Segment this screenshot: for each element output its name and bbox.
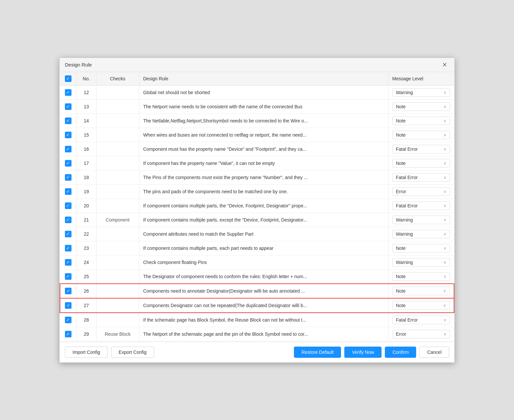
level-value: Warning	[396, 231, 413, 237]
level-dropdown[interactable]: Warning∨	[392, 258, 450, 267]
row-message-level: Fatal Error∨	[388, 142, 454, 156]
checkbox-checked-icon[interactable]: ✓	[65, 245, 71, 251]
checkbox-checked-icon[interactable]: ✓	[65, 89, 71, 96]
row-rule-description: If component contains multiple parts, ex…	[139, 213, 388, 227]
row-rule-description: Global net should not be shorted	[139, 85, 388, 99]
level-dropdown[interactable]: Note∨	[392, 159, 450, 168]
table-row: ✓28If the schematic page has Block Symbo…	[60, 313, 454, 327]
row-number: 22	[76, 227, 96, 241]
table-row: ✓16Component must has the property name …	[60, 142, 454, 156]
row-message-level: Note∨	[388, 298, 454, 313]
level-dropdown[interactable]: Note∨	[392, 102, 450, 111]
level-dropdown[interactable]: Warning∨	[392, 230, 450, 238]
row-number: 26	[76, 284, 96, 298]
chevron-down-icon: ∨	[443, 332, 446, 336]
checkbox-checked-icon[interactable]: ✓	[65, 188, 71, 195]
checkbox-checked-icon[interactable]: ✓	[65, 259, 71, 266]
row-message-level: Note∨	[388, 284, 454, 298]
row-checks-category	[96, 269, 139, 284]
level-dropdown[interactable]: Note∨	[392, 244, 450, 252]
row-checkbox-cell: ✓	[60, 142, 76, 156]
row-checkbox-cell: ✓	[60, 313, 76, 327]
table-body: ✓12Global net should not be shortedWarni…	[60, 85, 454, 342]
checkbox-checked-icon[interactable]: ✓	[65, 217, 71, 223]
checkbox-checked-icon[interactable]: ✓	[65, 331, 71, 337]
level-dropdown[interactable]: Fatal Error∨	[392, 201, 450, 210]
close-button[interactable]: ✕	[440, 61, 449, 68]
level-dropdown[interactable]: Error∨	[392, 330, 450, 338]
level-dropdown[interactable]: Warning∨	[392, 88, 450, 97]
checkbox-checked-icon[interactable]: ✓	[65, 273, 71, 280]
row-checks-category	[96, 241, 139, 255]
level-dropdown[interactable]: Fatal Error∨	[392, 173, 450, 182]
verify-now-button[interactable]: Verify Now	[344, 347, 382, 358]
checkbox-checked-icon[interactable]: ✓	[65, 132, 71, 138]
checkbox-checked-icon[interactable]: ✓	[65, 288, 71, 294]
level-dropdown[interactable]: Note∨	[392, 301, 450, 310]
row-message-level: Note∨	[388, 114, 454, 128]
level-dropdown[interactable]: Note∨	[392, 287, 450, 295]
header-no: No.	[76, 72, 96, 86]
level-value: Warning	[396, 217, 413, 223]
table-row: ✓26Components need to annotate Designato…	[60, 284, 454, 298]
level-value: Note	[396, 303, 406, 308]
row-message-level: Warning∨	[388, 213, 454, 227]
export-config-button[interactable]: Export Config	[111, 347, 154, 358]
dialog-header: Design Rule ✕	[60, 58, 454, 72]
row-checkbox-cell: ✓	[60, 269, 76, 284]
checkbox-checked-icon[interactable]: ✓	[65, 146, 71, 152]
level-dropdown[interactable]: Note∨	[392, 117, 450, 125]
row-rule-description: The pins and pads of the components need…	[139, 184, 388, 198]
level-value: Fatal Error	[396, 317, 418, 323]
row-rule-description: The Netport name needs to be consistent …	[139, 99, 388, 114]
row-checks-category	[96, 313, 139, 327]
cancel-button[interactable]: Cancel	[419, 347, 449, 358]
row-checks-category: Reuse Block	[96, 327, 139, 341]
checkbox-checked-icon[interactable]: ✓	[65, 118, 71, 124]
level-value: Note	[396, 274, 406, 279]
level-value: Fatal Error	[396, 203, 418, 208]
checkbox-checked-icon[interactable]: ✓	[65, 231, 71, 237]
row-number: 23	[76, 241, 96, 255]
checkbox-checked-icon[interactable]: ✓	[65, 103, 71, 110]
row-checks-category	[96, 114, 139, 128]
level-dropdown[interactable]: Fatal Error∨	[392, 316, 450, 324]
restore-default-button[interactable]: Restore Default	[294, 347, 341, 358]
row-checks-category: Component	[96, 213, 139, 227]
level-dropdown[interactable]: Warning∨	[392, 216, 450, 224]
level-value: Note	[396, 246, 406, 251]
row-checks-category	[96, 99, 139, 114]
row-number: 21	[76, 213, 96, 227]
row-number: 15	[76, 128, 96, 142]
table-row: ✓24Check component floating PinsWarning∨	[60, 255, 454, 269]
level-value: Fatal Error	[396, 146, 418, 152]
row-checkbox-cell: ✓	[60, 85, 76, 99]
checkbox-checked-icon[interactable]: ✓	[65, 302, 71, 309]
row-number: 19	[76, 184, 96, 198]
checkbox-checked-icon[interactable]: ✓	[65, 174, 71, 181]
level-dropdown[interactable]: Note∨	[392, 272, 450, 281]
row-number: 13	[76, 99, 96, 114]
row-checks-category	[96, 255, 139, 269]
row-checks-category	[96, 198, 139, 213]
import-config-button[interactable]: Import Config	[65, 347, 108, 358]
table-row: ✓21ComponentIf component contains multip…	[60, 213, 454, 227]
chevron-down-icon: ∨	[443, 147, 446, 151]
checkbox-checked-icon[interactable]: ✓	[65, 202, 71, 209]
checkbox-checked-icon[interactable]: ✓	[65, 317, 71, 323]
table-row: ✓29Reuse BlockThe Netport of the schemat…	[60, 327, 454, 341]
level-dropdown[interactable]: Note∨	[392, 131, 450, 139]
table-row: ✓22Component attributes need to match th…	[60, 227, 454, 241]
level-dropdown[interactable]: Error∨	[392, 187, 450, 196]
table-row: ✓20If component contains multiple parts,…	[60, 198, 454, 213]
row-message-level: Note∨	[388, 128, 454, 142]
row-number: 28	[76, 313, 96, 327]
header-checkbox[interactable]: ✓	[65, 75, 71, 82]
row-message-level: Error∨	[388, 184, 454, 198]
row-number: 25	[76, 269, 96, 284]
row-checkbox-cell: ✓	[60, 284, 76, 298]
confirm-button[interactable]: Confirm	[385, 347, 416, 358]
checkbox-checked-icon[interactable]: ✓	[65, 160, 71, 167]
level-dropdown[interactable]: Fatal Error∨	[392, 145, 450, 153]
level-value: Note	[396, 288, 406, 294]
